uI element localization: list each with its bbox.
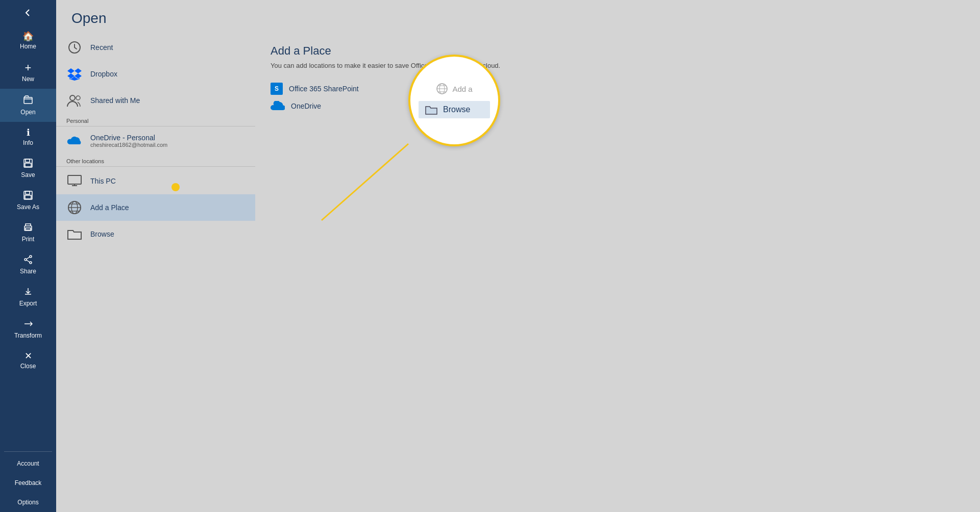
add-place-sharepoint[interactable]: S Office 365 SharePoint — [271, 80, 965, 98]
location-shared[interactable]: Shared with Me — [56, 87, 255, 114]
svg-rect-5 — [26, 191, 30, 194]
location-onedrive-personal-text: OneDrive - Personal cheshirecat1862@hotm… — [90, 134, 167, 148]
svg-rect-3 — [25, 163, 31, 167]
svg-point-13 — [70, 95, 75, 100]
sidebar-item-feedback[interactable]: Feedback — [0, 473, 56, 493]
svg-point-9 — [30, 255, 32, 258]
add-place-panel: Add a Place You can add locations to mak… — [255, 34, 980, 512]
back-button[interactable] — [0, 0, 56, 25]
sidebar-item-export-label: Export — [19, 300, 37, 307]
sidebar-item-export[interactable]: Export — [0, 281, 56, 313]
svg-rect-2 — [26, 159, 30, 162]
close-icon: ✕ — [24, 351, 32, 361]
location-add-place-label: Add a Place — [90, 203, 129, 212]
home-icon: 🏠 — [22, 32, 34, 41]
svg-line-20 — [322, 144, 408, 220]
sidebar-item-close-label: Close — [20, 363, 36, 370]
content-area: Recent Dropbox — [56, 34, 980, 512]
sidebar-item-feedback-label: Feedback — [15, 479, 42, 487]
location-dropbox[interactable]: Dropbox — [56, 61, 255, 87]
computer-icon — [66, 173, 83, 189]
dropbox-icon — [66, 66, 83, 82]
location-this-pc-label: This PC — [90, 177, 116, 185]
location-dropbox-label: Dropbox — [90, 70, 117, 78]
sidebar-item-save-as[interactable]: Save As — [0, 185, 56, 217]
globe-icon — [66, 199, 83, 216]
page-title: Open — [56, 0, 980, 34]
location-onedrive-personal[interactable]: OneDrive - Personal cheshirecat1862@hotm… — [56, 127, 255, 154]
transform-icon — [23, 319, 33, 330]
add-place-title: Add a Place — [271, 44, 965, 58]
sidebar-item-close[interactable]: ✕ Close — [0, 345, 56, 376]
locations-panel: Recent Dropbox — [56, 34, 255, 512]
people-icon — [66, 92, 83, 109]
sidebar: 🏠 Home + New Open ℹ Info Save — [0, 0, 56, 512]
sidebar-item-save-label: Save — [21, 171, 35, 178]
main-content: Open Recent Dr — [56, 0, 980, 512]
svg-rect-8 — [26, 228, 31, 230]
sidebar-item-info[interactable]: ℹ Info — [0, 122, 56, 152]
sidebar-item-account[interactable]: Account — [0, 454, 56, 473]
share-icon — [23, 255, 33, 266]
add-place-sharepoint-label: Office 365 SharePoint — [289, 85, 359, 93]
sidebar-divider — [4, 451, 52, 452]
sidebar-item-open-label: Open — [20, 109, 35, 116]
section-other-label: Other locations — [56, 154, 255, 167]
svg-point-14 — [76, 96, 80, 100]
clock-icon — [66, 39, 83, 56]
sidebar-item-save-as-label: Save As — [17, 203, 39, 211]
sidebar-item-home-label: Home — [20, 43, 36, 50]
onedrive-icon — [66, 133, 83, 149]
svg-rect-0 — [24, 97, 32, 104]
save-icon — [23, 159, 33, 169]
print-icon — [23, 223, 33, 234]
folder-icon — [66, 226, 83, 242]
sidebar-item-print-label: Print — [22, 236, 35, 243]
location-recent-label: Recent — [90, 43, 113, 52]
arrow-annotation — [230, 126, 434, 259]
section-personal-label: Personal — [56, 114, 255, 126]
sidebar-item-new[interactable]: + New — [0, 56, 56, 89]
new-icon: + — [25, 62, 32, 73]
add-place-onedrive-label: OneDrive — [291, 102, 321, 110]
svg-point-11 — [24, 259, 27, 261]
location-recent[interactable]: Recent — [56, 34, 255, 61]
location-browse[interactable]: Browse — [56, 221, 255, 247]
location-add-place[interactable]: Add a Place — [56, 194, 255, 221]
location-browse-label: Browse — [90, 230, 114, 238]
sharepoint-icon: S — [271, 83, 283, 95]
sidebar-item-info-label: Info — [23, 139, 33, 146]
sidebar-item-account-label: Account — [17, 460, 39, 467]
sidebar-item-open[interactable]: Open — [0, 89, 56, 122]
sidebar-item-transform-label: Transform — [14, 332, 42, 339]
location-shared-label: Shared with Me — [90, 96, 140, 105]
sidebar-item-print[interactable]: Print — [0, 217, 56, 249]
sidebar-item-options-label: Options — [17, 499, 38, 506]
location-onedrive-personal-email: cheshirecat1862@hotmail.com — [90, 142, 167, 148]
open-icon — [23, 95, 33, 107]
export-icon — [23, 287, 33, 298]
info-icon: ℹ — [27, 128, 30, 137]
location-onedrive-personal-label: OneDrive - Personal — [90, 134, 167, 142]
onedrive-add-icon — [271, 101, 285, 111]
add-place-description: You can add locations to make it easier … — [271, 62, 965, 69]
sidebar-item-new-label: New — [22, 75, 34, 83]
sidebar-item-share-label: Share — [20, 268, 36, 275]
sidebar-item-home[interactable]: 🏠 Home — [0, 25, 56, 56]
yellow-dot-indicator — [172, 183, 180, 191]
svg-rect-15 — [68, 175, 81, 184]
location-this-pc[interactable]: This PC — [56, 168, 255, 194]
svg-rect-6 — [25, 195, 31, 199]
sidebar-item-options[interactable]: Options — [0, 493, 56, 512]
add-place-onedrive[interactable]: OneDrive — [271, 98, 965, 114]
save-as-icon — [23, 191, 33, 201]
sidebar-item-transform[interactable]: Transform — [0, 313, 56, 345]
sidebar-item-save[interactable]: Save — [0, 152, 56, 185]
svg-point-10 — [30, 262, 32, 264]
sidebar-item-share[interactable]: Share — [0, 249, 56, 281]
